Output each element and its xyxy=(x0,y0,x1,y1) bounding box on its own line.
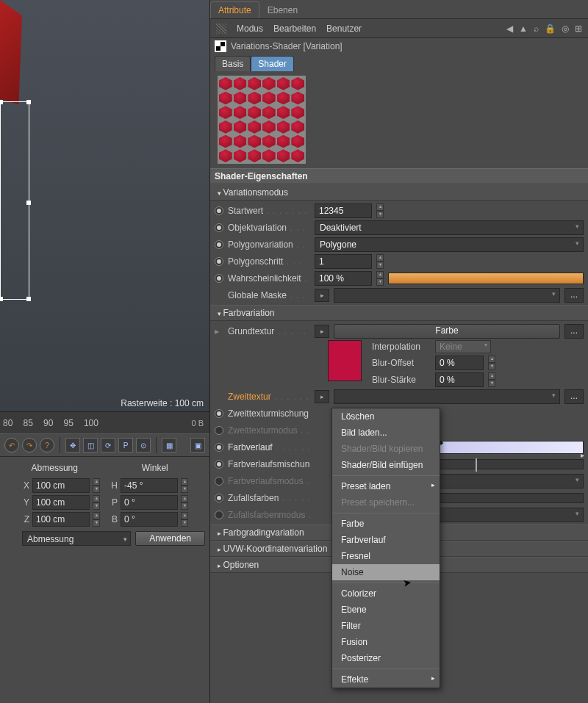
polygonvariation-dropdown[interactable]: Polygone xyxy=(315,237,584,252)
tab-ebenen[interactable]: Ebenen xyxy=(259,1,306,18)
selection-handle[interactable] xyxy=(0,100,3,104)
h-angle-input[interactable] xyxy=(121,478,178,493)
polygonschritt-spinner[interactable]: ▴▾ xyxy=(376,254,384,269)
ctx-noise[interactable]: Noise xyxy=(332,564,440,580)
ctx-filter[interactable]: Filter xyxy=(332,618,440,634)
apply-button[interactable]: Anwenden xyxy=(135,531,205,546)
ctx-colorizer[interactable]: Colorizer xyxy=(332,585,440,602)
render-tool[interactable]: ▣ xyxy=(190,438,205,453)
zweittexturmischung-key[interactable] xyxy=(215,409,223,418)
ctx-fresnel[interactable]: Fresnel xyxy=(332,548,440,564)
blur-staerke-spinner[interactable]: ▴▾ xyxy=(488,372,495,387)
lock-icon[interactable]: 🔒 xyxy=(545,24,556,34)
h-spinner[interactable]: ▴▾ xyxy=(181,478,188,493)
scale-tool[interactable]: ◫ xyxy=(83,438,98,453)
zufallsfarben-slider[interactable] xyxy=(429,493,584,503)
blur-offset-input[interactable] xyxy=(435,356,484,370)
grip-icon[interactable] xyxy=(216,24,226,34)
p-spinner[interactable]: ▴▾ xyxy=(181,495,188,510)
wahrscheinlichkeit-spinner[interactable]: ▴▾ xyxy=(376,271,384,286)
objektvariation-dropdown[interactable]: Deaktiviert xyxy=(315,220,584,235)
blur-offset-spinner[interactable]: ▴▾ xyxy=(488,356,495,370)
tab-attribute[interactable]: Attribute xyxy=(210,1,259,18)
p-angle-input[interactable] xyxy=(121,495,178,510)
farbverlaufsmischung-slider[interactable] xyxy=(429,459,584,469)
polygonvariation-key[interactable] xyxy=(215,240,223,249)
layout-tool[interactable]: ▦ xyxy=(162,438,176,453)
move-tool[interactable]: ✥ xyxy=(65,438,80,453)
new-icon[interactable]: ⊞ xyxy=(575,24,582,34)
dimension-mode-dropdown[interactable]: Abmessung xyxy=(22,531,131,546)
wahrscheinlichkeit-slider[interactable] xyxy=(388,273,584,284)
globale-maske-menu[interactable]: ▸ xyxy=(315,289,329,302)
nav-up-icon[interactable]: ▲ xyxy=(519,24,528,34)
farbverlaufsmodus-dropdown[interactable] xyxy=(429,474,584,489)
startwert-key[interactable] xyxy=(215,206,223,215)
ctx-fusion[interactable]: Fusion xyxy=(332,634,440,650)
z-dim-spinner[interactable]: ▴▾ xyxy=(93,512,100,527)
polygonschritt-input[interactable] xyxy=(315,254,372,269)
selection-box[interactable] xyxy=(0,101,29,300)
globale-maske-field[interactable] xyxy=(334,288,560,303)
y-dim-spinner[interactable]: ▴▾ xyxy=(93,495,100,510)
b-angle-input[interactable] xyxy=(121,512,178,527)
farbverlaufsmodus-key[interactable] xyxy=(215,477,223,486)
interpolation-dropdown[interactable]: Keine xyxy=(435,340,491,353)
ctx-ebene[interactable]: Ebene xyxy=(332,602,440,618)
blur-staerke-input[interactable] xyxy=(435,372,484,387)
z-dimension-input[interactable] xyxy=(32,512,90,527)
polygonschritt-key[interactable] xyxy=(215,257,223,266)
ctx-shader-einfuegen[interactable]: Shader/Bild einfügen xyxy=(332,457,440,473)
startwert-spinner[interactable]: ▴▾ xyxy=(376,203,384,218)
x-dimension-input[interactable] xyxy=(32,478,90,493)
selection-handle[interactable] xyxy=(0,297,3,301)
grundtextur-browse[interactable]: ... xyxy=(564,324,584,339)
ctx-effekte[interactable]: Effekte xyxy=(332,671,440,688)
timeline[interactable]: 80 85 90 95 100 0 B xyxy=(0,411,209,433)
farbverlauf-key[interactable] xyxy=(215,443,223,452)
zufallsfarben-key[interactable] xyxy=(215,494,223,502)
ctx-preset-laden[interactable]: Preset laden xyxy=(332,478,440,494)
section-farbvariation[interactable]: Farbvariation xyxy=(210,305,588,321)
color-swatch[interactable] xyxy=(328,340,362,381)
search-icon[interactable]: ⌕ xyxy=(534,24,539,34)
undo-button[interactable]: ↶ xyxy=(4,438,19,453)
zufallsfarbenmodus-dropdown[interactable] xyxy=(429,508,584,522)
subtab-basis[interactable]: Basis xyxy=(215,56,251,71)
selection-handle[interactable] xyxy=(26,100,31,104)
farbverlaufsmischung-key[interactable] xyxy=(215,460,223,469)
startwert-input[interactable] xyxy=(315,203,372,218)
locked-tool[interactable]: ⊙ xyxy=(136,438,151,453)
ctx-farbverlauf[interactable]: Farbverlauf xyxy=(332,532,440,548)
zweittexturmodus-key[interactable] xyxy=(215,426,223,435)
rotate-tool[interactable]: ⟳ xyxy=(101,438,115,453)
globale-maske-browse[interactable]: ... xyxy=(564,288,584,303)
menu-modus[interactable]: Modus xyxy=(237,24,263,34)
objektvariation-key[interactable] xyxy=(215,223,223,232)
grundtextur-button[interactable]: Farbe xyxy=(334,324,560,339)
zufallsfarbenmodus-key[interactable] xyxy=(215,511,223,519)
viewport-3d[interactable]: Rasterweite : 100 cm xyxy=(0,0,209,411)
grundtextur-menu[interactable]: ▸ xyxy=(315,325,329,338)
ctx-bild-laden[interactable]: Bild laden... xyxy=(332,425,440,441)
gradient-editor[interactable] xyxy=(429,441,584,454)
zweittextur-browse[interactable]: ... xyxy=(564,389,584,404)
help-button[interactable]: ? xyxy=(40,438,54,453)
ctx-posterizer[interactable]: Posterizer xyxy=(332,650,440,666)
menu-benutzer[interactable]: Benutzer xyxy=(326,24,362,34)
wahrscheinlichkeit-input[interactable] xyxy=(315,271,372,286)
ctx-farbe[interactable]: Farbe xyxy=(332,516,440,532)
selection-handle[interactable] xyxy=(26,201,31,205)
redo-button[interactable]: ↷ xyxy=(22,438,37,453)
target-icon[interactable]: ◎ xyxy=(562,24,569,34)
x-dim-spinner[interactable]: ▴▾ xyxy=(93,478,100,493)
psr-tool[interactable]: P xyxy=(118,438,133,453)
shader-preview[interactable] xyxy=(218,76,306,164)
subtab-shader[interactable]: Shader xyxy=(251,56,294,71)
y-dimension-input[interactable] xyxy=(32,495,90,510)
ctx-loeschen[interactable]: Löschen xyxy=(332,408,440,425)
b-spinner[interactable]: ▴▾ xyxy=(181,512,188,527)
selection-handle[interactable] xyxy=(26,297,31,301)
nav-back-icon[interactable]: ◀ xyxy=(506,24,513,34)
section-variationsmodus[interactable]: Variationsmodus xyxy=(210,184,588,201)
